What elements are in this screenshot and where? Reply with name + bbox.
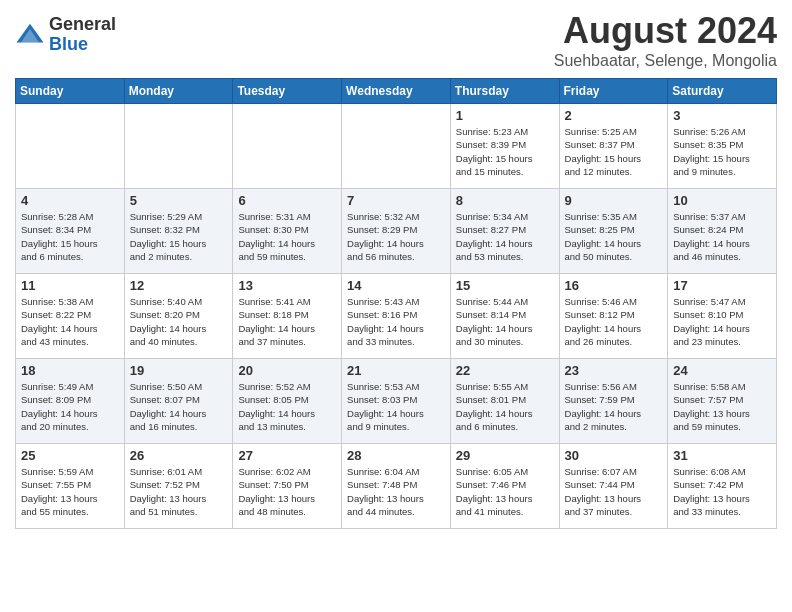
day-info: Sunrise: 6:07 AMSunset: 7:44 PMDaylight:…	[565, 465, 663, 518]
day-info: Sunrise: 5:32 AMSunset: 8:29 PMDaylight:…	[347, 210, 445, 263]
cell-week2-day6: 9Sunrise: 5:35 AMSunset: 8:25 PMDaylight…	[559, 189, 668, 274]
calendar-table: Sunday Monday Tuesday Wednesday Thursday…	[15, 78, 777, 529]
day-number: 14	[347, 278, 445, 293]
logo-general-text: General	[49, 15, 116, 35]
week-row-5: 25Sunrise: 5:59 AMSunset: 7:55 PMDayligh…	[16, 444, 777, 529]
cell-week3-day2: 12Sunrise: 5:40 AMSunset: 8:20 PMDayligh…	[124, 274, 233, 359]
day-info: Sunrise: 6:05 AMSunset: 7:46 PMDaylight:…	[456, 465, 554, 518]
cell-week3-day6: 16Sunrise: 5:46 AMSunset: 8:12 PMDayligh…	[559, 274, 668, 359]
cell-week1-day4	[342, 104, 451, 189]
day-info: Sunrise: 5:43 AMSunset: 8:16 PMDaylight:…	[347, 295, 445, 348]
day-info: Sunrise: 5:29 AMSunset: 8:32 PMDaylight:…	[130, 210, 228, 263]
day-info: Sunrise: 5:26 AMSunset: 8:35 PMDaylight:…	[673, 125, 771, 178]
day-info: Sunrise: 5:31 AMSunset: 8:30 PMDaylight:…	[238, 210, 336, 263]
week-row-3: 11Sunrise: 5:38 AMSunset: 8:22 PMDayligh…	[16, 274, 777, 359]
day-number: 15	[456, 278, 554, 293]
day-number: 18	[21, 363, 119, 378]
week-row-4: 18Sunrise: 5:49 AMSunset: 8:09 PMDayligh…	[16, 359, 777, 444]
day-info: Sunrise: 5:58 AMSunset: 7:57 PMDaylight:…	[673, 380, 771, 433]
day-info: Sunrise: 6:08 AMSunset: 7:42 PMDaylight:…	[673, 465, 771, 518]
day-info: Sunrise: 5:37 AMSunset: 8:24 PMDaylight:…	[673, 210, 771, 263]
day-number: 8	[456, 193, 554, 208]
logo-blue-text: Blue	[49, 35, 116, 55]
header-monday: Monday	[124, 79, 233, 104]
page: General Blue August 2024 Suehbaatar, Sel…	[0, 0, 792, 544]
day-number: 24	[673, 363, 771, 378]
header: General Blue August 2024 Suehbaatar, Sel…	[15, 10, 777, 70]
header-tuesday: Tuesday	[233, 79, 342, 104]
day-info: Sunrise: 5:59 AMSunset: 7:55 PMDaylight:…	[21, 465, 119, 518]
day-number: 30	[565, 448, 663, 463]
day-info: Sunrise: 5:38 AMSunset: 8:22 PMDaylight:…	[21, 295, 119, 348]
cell-week2-day1: 4Sunrise: 5:28 AMSunset: 8:34 PMDaylight…	[16, 189, 125, 274]
day-info: Sunrise: 5:41 AMSunset: 8:18 PMDaylight:…	[238, 295, 336, 348]
day-number: 6	[238, 193, 336, 208]
cell-week4-day3: 20Sunrise: 5:52 AMSunset: 8:05 PMDayligh…	[233, 359, 342, 444]
logo: General Blue	[15, 15, 116, 55]
cell-week4-day4: 21Sunrise: 5:53 AMSunset: 8:03 PMDayligh…	[342, 359, 451, 444]
day-number: 1	[456, 108, 554, 123]
header-thursday: Thursday	[450, 79, 559, 104]
cell-week5-day6: 30Sunrise: 6:07 AMSunset: 7:44 PMDayligh…	[559, 444, 668, 529]
cell-week1-day2	[124, 104, 233, 189]
day-number: 25	[21, 448, 119, 463]
day-number: 5	[130, 193, 228, 208]
title-block: August 2024 Suehbaatar, Selenge, Mongoli…	[554, 10, 777, 70]
day-info: Sunrise: 5:46 AMSunset: 8:12 PMDaylight:…	[565, 295, 663, 348]
calendar-title: August 2024	[554, 10, 777, 52]
day-number: 3	[673, 108, 771, 123]
cell-week4-day6: 23Sunrise: 5:56 AMSunset: 7:59 PMDayligh…	[559, 359, 668, 444]
day-info: Sunrise: 5:49 AMSunset: 8:09 PMDaylight:…	[21, 380, 119, 433]
day-info: Sunrise: 6:02 AMSunset: 7:50 PMDaylight:…	[238, 465, 336, 518]
day-info: Sunrise: 6:01 AMSunset: 7:52 PMDaylight:…	[130, 465, 228, 518]
cell-week5-day4: 28Sunrise: 6:04 AMSunset: 7:48 PMDayligh…	[342, 444, 451, 529]
cell-week3-day5: 15Sunrise: 5:44 AMSunset: 8:14 PMDayligh…	[450, 274, 559, 359]
day-number: 20	[238, 363, 336, 378]
day-info: Sunrise: 6:04 AMSunset: 7:48 PMDaylight:…	[347, 465, 445, 518]
day-number: 19	[130, 363, 228, 378]
day-number: 21	[347, 363, 445, 378]
day-info: Sunrise: 5:28 AMSunset: 8:34 PMDaylight:…	[21, 210, 119, 263]
header-friday: Friday	[559, 79, 668, 104]
day-number: 29	[456, 448, 554, 463]
cell-week1-day7: 3Sunrise: 5:26 AMSunset: 8:35 PMDaylight…	[668, 104, 777, 189]
day-number: 7	[347, 193, 445, 208]
cell-week4-day1: 18Sunrise: 5:49 AMSunset: 8:09 PMDayligh…	[16, 359, 125, 444]
day-number: 4	[21, 193, 119, 208]
day-info: Sunrise: 5:35 AMSunset: 8:25 PMDaylight:…	[565, 210, 663, 263]
cell-week2-day5: 8Sunrise: 5:34 AMSunset: 8:27 PMDaylight…	[450, 189, 559, 274]
header-sunday: Sunday	[16, 79, 125, 104]
cell-week3-day7: 17Sunrise: 5:47 AMSunset: 8:10 PMDayligh…	[668, 274, 777, 359]
cell-week2-day4: 7Sunrise: 5:32 AMSunset: 8:29 PMDaylight…	[342, 189, 451, 274]
day-info: Sunrise: 5:25 AMSunset: 8:37 PMDaylight:…	[565, 125, 663, 178]
day-number: 9	[565, 193, 663, 208]
cell-week4-day2: 19Sunrise: 5:50 AMSunset: 8:07 PMDayligh…	[124, 359, 233, 444]
cell-week2-day2: 5Sunrise: 5:29 AMSunset: 8:32 PMDaylight…	[124, 189, 233, 274]
cell-week2-day7: 10Sunrise: 5:37 AMSunset: 8:24 PMDayligh…	[668, 189, 777, 274]
cell-week5-day2: 26Sunrise: 6:01 AMSunset: 7:52 PMDayligh…	[124, 444, 233, 529]
cell-week3-day4: 14Sunrise: 5:43 AMSunset: 8:16 PMDayligh…	[342, 274, 451, 359]
cell-week1-day5: 1Sunrise: 5:23 AMSunset: 8:39 PMDaylight…	[450, 104, 559, 189]
cell-week1-day1	[16, 104, 125, 189]
calendar-subtitle: Suehbaatar, Selenge, Mongolia	[554, 52, 777, 70]
cell-week3-day1: 11Sunrise: 5:38 AMSunset: 8:22 PMDayligh…	[16, 274, 125, 359]
day-info: Sunrise: 5:44 AMSunset: 8:14 PMDaylight:…	[456, 295, 554, 348]
week-row-1: 1Sunrise: 5:23 AMSunset: 8:39 PMDaylight…	[16, 104, 777, 189]
cell-week5-day3: 27Sunrise: 6:02 AMSunset: 7:50 PMDayligh…	[233, 444, 342, 529]
day-number: 11	[21, 278, 119, 293]
day-number: 2	[565, 108, 663, 123]
cell-week5-day5: 29Sunrise: 6:05 AMSunset: 7:46 PMDayligh…	[450, 444, 559, 529]
day-number: 17	[673, 278, 771, 293]
calendar-header: Sunday Monday Tuesday Wednesday Thursday…	[16, 79, 777, 104]
day-number: 10	[673, 193, 771, 208]
cell-week1-day6: 2Sunrise: 5:25 AMSunset: 8:37 PMDaylight…	[559, 104, 668, 189]
header-row: Sunday Monday Tuesday Wednesday Thursday…	[16, 79, 777, 104]
cell-week5-day7: 31Sunrise: 6:08 AMSunset: 7:42 PMDayligh…	[668, 444, 777, 529]
day-number: 13	[238, 278, 336, 293]
cell-week4-day7: 24Sunrise: 5:58 AMSunset: 7:57 PMDayligh…	[668, 359, 777, 444]
day-number: 22	[456, 363, 554, 378]
cell-week2-day3: 6Sunrise: 5:31 AMSunset: 8:30 PMDaylight…	[233, 189, 342, 274]
header-saturday: Saturday	[668, 79, 777, 104]
day-number: 12	[130, 278, 228, 293]
header-wednesday: Wednesday	[342, 79, 451, 104]
